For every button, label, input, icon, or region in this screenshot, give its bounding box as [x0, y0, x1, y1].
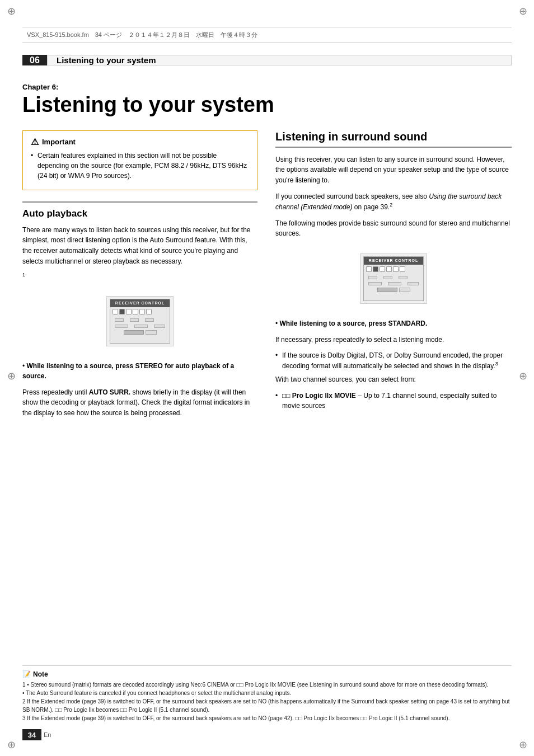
- remote-btn-3: [126, 309, 132, 314]
- note-line-1: 1 • Stereo surround (matrix) formats are…: [22, 680, 512, 689]
- remote-btn-6: [146, 309, 152, 314]
- surround-movie-bold: Pro Logic IIx MOVIE: [292, 392, 356, 400]
- chapter-label: Chapter 6:: [22, 83, 512, 91]
- remote-label-row: [113, 317, 167, 323]
- left-column: ⚠ Important Certain features explained i…: [22, 130, 257, 424]
- surround-body2: If you connected surround back speakers,…: [275, 191, 512, 213]
- remote-btn-r3: [380, 266, 385, 272]
- note-title: 📝 Note: [22, 670, 512, 678]
- remote-lower-2: [134, 325, 148, 328]
- remote-image-left-container: RECEIVER CONTROL: [22, 288, 257, 354]
- remote-dial-r2: [399, 288, 410, 292]
- note-label: Note: [33, 670, 48, 678]
- page-lang: En: [44, 731, 51, 738]
- remote-btn-5: [139, 309, 145, 314]
- reg-mark-tl: ⊕: [4, 4, 18, 18]
- remote-lower-r1: [368, 282, 382, 285]
- chapter-main-title: Listening to your system: [22, 93, 512, 117]
- reg-mark-br: ⊕: [516, 738, 530, 752]
- remote-row-1: [110, 307, 170, 316]
- remote-inner-left: RECEIVER CONTROL: [110, 299, 170, 344]
- auto-instruction: • While listening to a source, press STE…: [22, 361, 257, 382]
- remote-image-right: RECEIVER CONTROL: [360, 253, 427, 304]
- reg-mark-bl: ⊕: [4, 738, 18, 752]
- remote-small-2: [130, 318, 139, 322]
- surround-body2-italic: Using the surround back channel (Extende…: [275, 192, 502, 212]
- surround-heading: Listening in surround sound: [275, 130, 512, 148]
- chapter-title: Listening to your system: [47, 55, 512, 65]
- remote-dial: [124, 330, 144, 335]
- remote-bottom-row-r: [366, 287, 421, 293]
- remote-row-r1: [364, 265, 423, 274]
- important-box: ⚠ Important Certain features explained i…: [22, 130, 257, 190]
- remote-lower-3: [154, 325, 165, 328]
- surround-body3: The following modes provide basic surrou…: [275, 218, 512, 239]
- important-text: Certain features explained in this secti…: [31, 151, 249, 181]
- reg-mark-ml: ⊕: [4, 369, 18, 383]
- remote-btn-1: [113, 309, 118, 314]
- note-line-4: 3 If the Extended mode (page 39) is swit…: [22, 714, 512, 722]
- auto-playback-body: There are many ways to listen back to so…: [22, 225, 257, 266]
- note-line-2: • The Auto Surround feature is canceled …: [22, 689, 512, 697]
- important-bullet-1: Certain features explained in this secti…: [31, 151, 249, 181]
- reg-mark-tr: ⊕: [516, 4, 530, 18]
- section-divider-auto: [22, 201, 257, 203]
- auto-instruction-bold: While listening to a source, press STERE…: [22, 362, 234, 381]
- page-num: 34: [22, 729, 41, 740]
- remote-small-3: [145, 318, 154, 322]
- surround-footnote-2: 2: [390, 202, 392, 208]
- chapter-number: 06: [22, 55, 47, 65]
- remote-btn-r6: [400, 266, 405, 272]
- remote-header-bar-right: RECEIVER CONTROL: [364, 257, 423, 265]
- remote-btn-r5: [393, 266, 399, 272]
- two-col-layout: ⚠ Important Certain features explained i…: [22, 130, 512, 424]
- remote-btn-2: [119, 309, 125, 314]
- remote-btn-r2: [373, 266, 378, 272]
- remote-image-left: RECEIVER CONTROL: [106, 296, 174, 346]
- surround-bullet2: □□ Pro Logic IIx MOVIE – Up to 7.1 chann…: [275, 391, 512, 411]
- remote-bottom-row: [113, 330, 167, 335]
- page-number-box: 34 En: [22, 729, 51, 740]
- auto-playback-footnote: 1: [22, 272, 25, 278]
- remote-small-r3: [399, 276, 407, 279]
- surround-body4: With two channel sources, you can select…: [275, 374, 512, 385]
- remote-label-row-r: [366, 275, 421, 280]
- remote-small-r2: [383, 276, 392, 279]
- remote-lower-r3: [407, 282, 419, 285]
- remote-small-1: [115, 318, 124, 322]
- remote-btn-r4: [386, 266, 392, 272]
- remote-labels-left: [110, 316, 170, 336]
- remote-btn-4: [133, 309, 138, 314]
- header-bar: VSX_815-915.book.fm 34 ページ ２０１４年１２月８日 水曜…: [22, 27, 512, 43]
- note-icon: 📝: [22, 670, 31, 678]
- remote-lower-1: [115, 325, 128, 328]
- chapter-header: 06 Listening to your system: [22, 55, 512, 65]
- reg-mark-mr: ⊕: [516, 369, 530, 383]
- remote-lower-r2: [388, 282, 401, 285]
- remote-small-r1: [368, 276, 377, 279]
- warning-icon: ⚠: [31, 137, 39, 147]
- surround-footnote-3: 3: [495, 361, 498, 367]
- remote-btn-r1: [366, 266, 372, 272]
- important-label: Important: [42, 138, 76, 146]
- remote-image-right-container: RECEIVER CONTROL: [275, 246, 512, 312]
- surround-instruction-detail: If necessary, press repeatedly to select…: [275, 335, 512, 345]
- remote-header-bar-left: RECEIVER CONTROL: [110, 299, 170, 307]
- surround-body1: Using this receiver, you can listen to a…: [275, 154, 512, 186]
- note-line-3: 2 If the Extended mode (page 39) is swit…: [22, 697, 512, 714]
- remote-labels-right: [364, 274, 423, 294]
- remote-dial-r: [377, 288, 397, 292]
- surround-instruction: • While listening to a source, press STA…: [275, 318, 512, 329]
- right-column: Listening in surround sound Using this r…: [275, 130, 512, 424]
- header-text: VSX_815-915.book.fm 34 ページ ２０１４年１２月８日 水曜…: [27, 31, 257, 39]
- auto-instruction-detail: Press repeatedly until AUTO SURR. shows …: [22, 387, 257, 419]
- remote-lower-row: [113, 323, 167, 330]
- auto-playback-heading: Auto playback: [22, 208, 257, 219]
- content-area: Chapter 6: Listening to your system ⚠ Im…: [22, 83, 512, 424]
- remote-dial-2: [146, 330, 157, 335]
- remote-lower-row-r: [366, 280, 421, 287]
- important-title: ⚠ Important: [31, 137, 249, 147]
- surround-instruction-bold: While listening to a source, press STAND…: [280, 320, 428, 327]
- note-section: 📝 Note 1 • Stereo surround (matrix) form…: [22, 665, 512, 722]
- remote-inner-right: RECEIVER CONTROL: [363, 256, 424, 301]
